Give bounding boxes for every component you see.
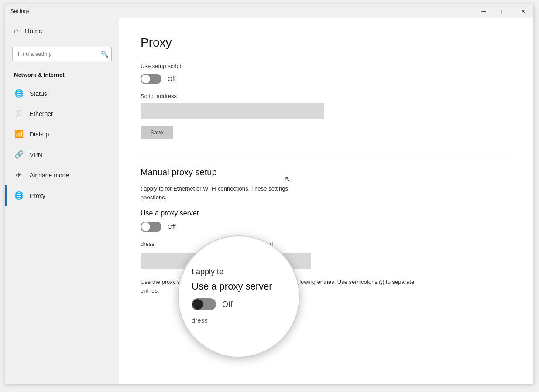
proxy-server-toggle-knob	[141, 222, 150, 231]
title-bar: Settings — □ ✕	[5, 4, 533, 18]
setup-script-toggle-knob	[141, 75, 150, 83]
sidebar-item-airplane[interactable]: ✈ Airplane mode	[5, 165, 119, 185]
mag-proxy-toggle-knob	[192, 299, 203, 310]
script-address-label: Script address	[141, 93, 512, 99]
sidebar-home-item[interactable]: ⌂ Home	[5, 18, 119, 43]
home-icon: ⌂	[14, 26, 19, 35]
settings-window: Settings — □ ✕ ⌂ Home 🔍 Network & Intern…	[5, 4, 533, 384]
mag-toggle-label: Off	[222, 300, 233, 309]
close-button[interactable]: ✕	[513, 4, 533, 18]
save-button[interactable]: Save	[141, 126, 173, 139]
search-box: 🔍	[12, 47, 112, 61]
search-icon[interactable]: 🔍	[101, 51, 108, 58]
vpn-icon: 🔗	[14, 150, 24, 159]
apply-text-partial: t apply to	[141, 185, 164, 192]
setup-script-label: Use setup script	[141, 63, 512, 69]
magnifier-content: t apply te Use a proxy server Off dress	[192, 267, 286, 326]
sidebar-item-vpn[interactable]: 🔗 VPN	[5, 144, 119, 165]
apply-description: t apply to for Ethernet or Wi-Fi connect…	[141, 184, 402, 201]
mag-addr-label: dress	[192, 317, 286, 324]
sidebar-item-label-ethernet: Ethernet	[30, 110, 53, 117]
search-input[interactable]	[12, 47, 112, 61]
sidebar-item-label-status: Status	[30, 90, 47, 97]
minimize-button[interactable]: —	[473, 4, 493, 18]
mag-proxy-label: Use a proxy server	[192, 281, 286, 292]
setup-script-toggle-row: Off	[141, 74, 512, 84]
sidebar: ⌂ Home 🔍 Network & Internet 🌐 Status 🖥 E…	[5, 18, 119, 384]
sidebar-item-ethernet[interactable]: 🖥 Ethernet	[5, 104, 119, 124]
sidebar-item-label-airplane: Airplane mode	[30, 172, 69, 179]
magnifier-overlay: t apply te Use a proxy server Off dress	[178, 235, 300, 358]
sidebar-section-title: Network & Internet	[5, 68, 119, 83]
sidebar-home-label: Home	[25, 27, 42, 34]
proxy-server-label: Use a proxy server	[141, 209, 512, 217]
setup-script-toggle[interactable]	[141, 74, 161, 84]
sidebar-item-label-proxy: Proxy	[30, 192, 45, 199]
connections-text: nnections.	[141, 194, 166, 201]
proxy-server-toggle[interactable]	[141, 222, 161, 232]
mag-proxy-toggle[interactable]	[192, 298, 216, 310]
window-title: Settings	[10, 8, 29, 14]
script-address-input[interactable]	[141, 103, 324, 119]
title-bar-controls: — □ ✕	[473, 4, 533, 18]
mag-apply-span: t apply te	[192, 267, 223, 276]
mag-toggle-row: Off	[192, 298, 286, 310]
ethernet-icon: 🖥	[14, 109, 24, 118]
setup-script-toggle-label: Off	[168, 75, 175, 82]
sidebar-item-dialup[interactable]: 📶 Dial-up	[5, 124, 119, 144]
page-title: Proxy	[141, 36, 512, 50]
proxy-server-toggle-row: Off	[141, 222, 512, 232]
apply-desc-text: for Ethernet or Wi-Fi connections. These…	[165, 185, 288, 192]
status-icon: 🌐	[14, 89, 24, 98]
sidebar-item-label-vpn: VPN	[30, 151, 42, 158]
mag-apply-text: t apply te	[192, 267, 286, 276]
maximize-button[interactable]: □	[493, 4, 513, 18]
sidebar-item-label-dialup: Dial-up	[30, 131, 49, 138]
main-content: Proxy Use setup script Off Script addres…	[119, 18, 533, 384]
dialup-icon: 📶	[14, 130, 24, 139]
proxy-icon: 🌐	[14, 191, 24, 200]
section-divider	[141, 157, 512, 157]
sidebar-item-proxy[interactable]: 🌐 Proxy	[5, 185, 119, 206]
sidebar-item-status[interactable]: 🌐 Status	[5, 83, 119, 104]
proxy-server-toggle-label: Off	[168, 223, 175, 230]
manual-proxy-title: Manual proxy setup	[141, 167, 512, 177]
airplane-icon: ✈	[14, 170, 24, 180]
